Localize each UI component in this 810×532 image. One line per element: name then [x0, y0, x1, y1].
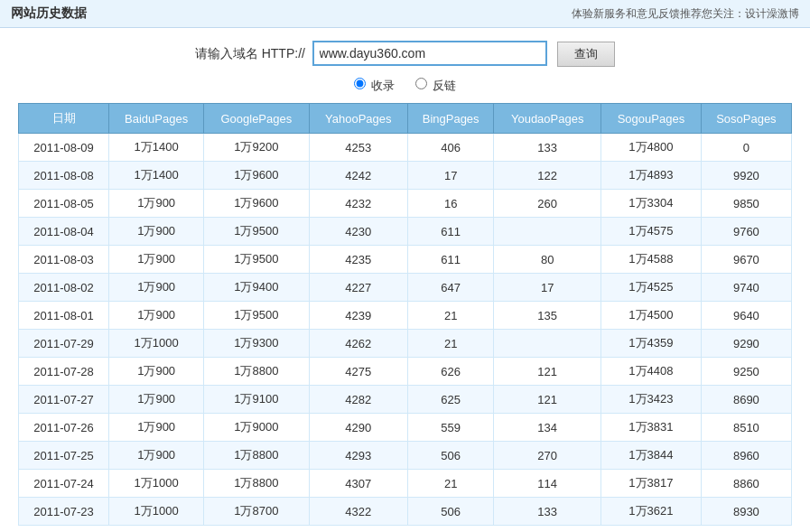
column-header-baidupages: BaiduPages	[109, 104, 204, 134]
column-header-googlepages: GooglePages	[204, 104, 309, 134]
table-cell: 625	[407, 386, 493, 414]
table-cell: 2011-08-08	[19, 162, 109, 190]
site-title: 网站历史数据	[11, 5, 87, 22]
table-cell: 4322	[309, 498, 407, 526]
table-container: 日期BaiduPagesGooglePagesYahooPagesBingPag…	[0, 103, 810, 532]
table-row: 2011-07-291万10001万93004262211万43599290	[19, 330, 792, 358]
table-row: 2011-08-011万9001万95004239211351万45009640	[19, 302, 792, 330]
search-input[interactable]	[312, 41, 547, 66]
table-cell: 647	[407, 274, 493, 302]
table-row: 2011-08-081万14001万96004242171221万4893992…	[19, 162, 792, 190]
table-cell: 1万8700	[204, 498, 309, 526]
table-cell: 1万3817	[601, 470, 702, 498]
table-cell: 1万900	[109, 274, 204, 302]
top-bar: 网站历史数据 体验新服务和意见反馈推荐您关注：设计澡激博	[0, 0, 810, 28]
table-row: 2011-08-041万9001万950042306111万45759760	[19, 218, 792, 246]
table-cell: 0	[701, 134, 791, 162]
table-cell: 2011-08-02	[19, 274, 109, 302]
table-cell: 80	[494, 246, 601, 274]
table-cell: 17	[407, 162, 493, 190]
table-cell: 135	[494, 302, 601, 330]
table-cell: 121	[494, 386, 601, 414]
table-cell: 1万3621	[601, 498, 702, 526]
table-cell: 9670	[701, 246, 791, 274]
table-row: 2011-08-051万9001万96004232162601万33049850	[19, 190, 792, 218]
table-cell: 133	[494, 498, 601, 526]
radio-area: 收录 反链	[0, 72, 810, 103]
column-header-youdaopages: YoudaoPages	[494, 104, 601, 134]
table-cell: 1万900	[109, 386, 204, 414]
table-cell: 122	[494, 162, 601, 190]
table-cell	[494, 218, 601, 246]
table-cell: 1万9000	[204, 414, 309, 442]
table-cell: 8690	[701, 386, 791, 414]
table-row: 2011-07-271万9001万910042826251211万3423869…	[19, 386, 792, 414]
table-cell: 1万900	[109, 246, 204, 274]
table-cell: 1万9500	[204, 246, 309, 274]
table-cell: 9740	[701, 274, 791, 302]
search-label: 请输入域名 HTTP://	[195, 46, 305, 61]
table-cell: 2011-07-29	[19, 330, 109, 358]
table-cell: 4227	[309, 274, 407, 302]
table-cell: 2011-08-01	[19, 302, 109, 330]
table-cell: 17	[494, 274, 601, 302]
table-cell: 16	[407, 190, 493, 218]
table-cell: 1万900	[109, 302, 204, 330]
column-header-bingpages: BingPages	[407, 104, 493, 134]
table-cell: 626	[407, 358, 493, 386]
table-row: 2011-07-281万9001万880042756261211万4408925…	[19, 358, 792, 386]
table-cell: 1万1400	[109, 162, 204, 190]
table-cell: 1万1400	[109, 134, 204, 162]
table-cell: 8510	[701, 414, 791, 442]
table-cell: 1万900	[109, 218, 204, 246]
table-cell: 559	[407, 414, 493, 442]
table-cell: 1万4893	[601, 162, 702, 190]
table-cell: 2011-07-23	[19, 498, 109, 526]
table-cell: 406	[407, 134, 493, 162]
table-cell: 1万8800	[204, 470, 309, 498]
table-cell: 134	[494, 414, 601, 442]
table-cell: 4290	[309, 414, 407, 442]
table-cell: 1万4588	[601, 246, 702, 274]
table-cell: 1万8800	[204, 442, 309, 470]
table-cell: 1万1000	[109, 498, 204, 526]
table-cell: 1万4575	[601, 218, 702, 246]
table-cell: 1万9300	[204, 330, 309, 358]
table-cell: 4230	[309, 218, 407, 246]
table-cell: 2011-07-24	[19, 470, 109, 498]
table-cell: 1万3831	[601, 414, 702, 442]
table-cell: 9290	[701, 330, 791, 358]
table-cell: 1万900	[109, 190, 204, 218]
table-cell: 611	[407, 218, 493, 246]
table-cell: 4282	[309, 386, 407, 414]
table-cell: 8930	[701, 498, 791, 526]
table-cell: 2011-08-03	[19, 246, 109, 274]
radio-fanlink[interactable]	[415, 78, 427, 89]
table-cell: 2011-08-05	[19, 190, 109, 218]
radio-label-fanlink[interactable]: 反链	[415, 79, 456, 92]
radio-shoutu[interactable]	[354, 78, 366, 89]
table-cell: 270	[494, 442, 601, 470]
table-cell: 133	[494, 134, 601, 162]
table-cell: 1万9500	[204, 302, 309, 330]
table-cell: 1万3844	[601, 442, 702, 470]
table-cell: 1万9500	[204, 218, 309, 246]
radio-label-shoutu[interactable]: 收录	[354, 79, 397, 92]
table-cell: 1万3423	[601, 386, 702, 414]
table-cell: 1万4408	[601, 358, 702, 386]
table-cell: 1万9200	[204, 134, 309, 162]
table-cell: 4307	[309, 470, 407, 498]
table-row: 2011-07-251万9001万880042935062701万3844896…	[19, 442, 792, 470]
table-cell: 21	[407, 302, 493, 330]
table-cell: 1万9600	[204, 190, 309, 218]
table-cell: 4235	[309, 246, 407, 274]
table-row: 2011-07-241万10001万88004307211141万3817886…	[19, 470, 792, 498]
table-row: 2011-08-021万9001万94004227647171万45259740	[19, 274, 792, 302]
table-row: 2011-07-231万10001万870043225061331万362189…	[19, 498, 792, 526]
search-button[interactable]: 查询	[557, 42, 615, 67]
table-cell: 2011-07-26	[19, 414, 109, 442]
data-table: 日期BaiduPagesGooglePagesYahooPagesBingPag…	[18, 103, 792, 526]
table-cell: 1万8800	[204, 358, 309, 386]
table-cell	[494, 330, 601, 358]
table-row: 2011-08-091万14001万920042534061331万48000	[19, 134, 792, 162]
